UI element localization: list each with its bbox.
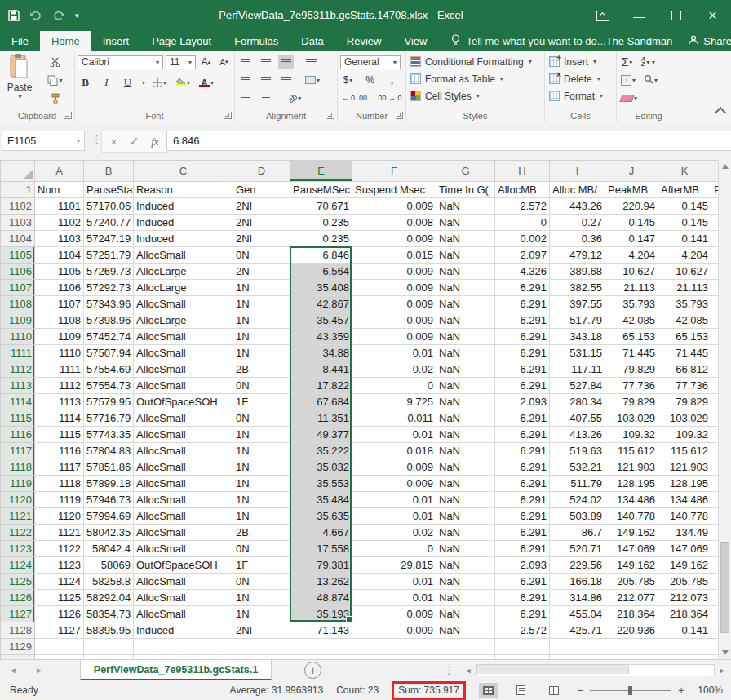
zoom-in-button[interactable]: + bbox=[678, 684, 684, 697]
cell-F1107[interactable]: 0.009 bbox=[352, 280, 436, 296]
cell-B1124[interactable]: 58069 bbox=[84, 557, 134, 574]
cell-C1119[interactable]: AllocSmall bbox=[134, 476, 233, 492]
sort-filter-button[interactable]: AZ▼▾ bbox=[640, 55, 657, 69]
format-cells-button[interactable]: Format▾ bbox=[547, 87, 614, 104]
column-header-C[interactable]: C bbox=[134, 161, 233, 182]
cell-C1[interactable]: Reason bbox=[134, 182, 233, 198]
cell-C1113[interactable]: AllocSmall bbox=[134, 378, 233, 394]
cell-G1109[interactable]: NaN bbox=[436, 312, 495, 329]
horizontal-scrollbar[interactable]: ◄ ► bbox=[461, 660, 730, 680]
cell-I1108[interactable]: 397.55 bbox=[550, 296, 605, 312]
cell-E1125[interactable]: 13.262 bbox=[290, 574, 352, 590]
cell-D1110[interactable]: 1N bbox=[233, 329, 290, 345]
format-as-table-button[interactable]: Format as Table▾ bbox=[409, 70, 542, 87]
cell-B1122[interactable]: 58042.35 bbox=[84, 525, 134, 541]
cell-K1107[interactable]: 21.113 bbox=[658, 280, 711, 296]
next-sheet-icon[interactable]: ► bbox=[26, 660, 52, 680]
cell-H1118[interactable]: 6.291 bbox=[495, 459, 550, 476]
redo-icon[interactable] bbox=[52, 11, 65, 21]
cell-C1117[interactable]: AllocSmall bbox=[134, 443, 233, 459]
cell-C1109[interactable]: AllocLarge bbox=[134, 312, 233, 329]
clipboard-dialog-launcher[interactable] bbox=[64, 112, 72, 119]
cell-D1125[interactable]: 0N bbox=[233, 574, 290, 590]
cell-E1124[interactable]: 79.381 bbox=[290, 557, 352, 574]
cell-F1110[interactable]: 0.009 bbox=[352, 329, 436, 345]
font-size-select[interactable]: 11▾ bbox=[166, 55, 196, 69]
cell-D1119[interactable]: 1N bbox=[233, 476, 290, 492]
zoom-level[interactable]: 100% bbox=[698, 684, 723, 696]
cell-H1108[interactable]: 6.291 bbox=[495, 296, 550, 312]
cell-C1123[interactable]: AllocSmall bbox=[134, 541, 233, 557]
cell-F1[interactable]: Suspend Msec bbox=[352, 182, 436, 198]
horizontal-scroll-thumb[interactable] bbox=[477, 665, 629, 674]
row-header-1127[interactable]: 1127 bbox=[1, 606, 35, 622]
zoom-out-button[interactable]: − bbox=[577, 684, 583, 697]
insert-cells-button[interactable]: +Insert▾ bbox=[547, 53, 614, 70]
cell-K1118[interactable]: 121.903 bbox=[658, 459, 711, 476]
cell-A1116[interactable]: 1115 bbox=[35, 427, 84, 443]
cell-J1118[interactable]: 121.903 bbox=[605, 459, 658, 476]
cell-I1104[interactable]: 0.36 bbox=[550, 231, 605, 247]
cell-G1115[interactable]: NaN bbox=[436, 410, 495, 427]
cell-B1125[interactable]: 58258.8 bbox=[84, 574, 134, 590]
cell-G1[interactable]: Time In G( bbox=[436, 182, 495, 198]
cell-I1123[interactable]: 520.71 bbox=[550, 541, 605, 557]
cell-A1129[interactable] bbox=[35, 639, 84, 655]
column-header-H[interactable]: H bbox=[495, 161, 550, 182]
cell-F1124[interactable]: 29.815 bbox=[352, 557, 436, 574]
cell-C1112[interactable]: AllocSmall bbox=[134, 361, 233, 378]
cell-B1117[interactable]: 57804.83 bbox=[84, 443, 134, 459]
cell-D1118[interactable]: 1N bbox=[233, 459, 290, 476]
delete-cells-button[interactable]: ×Delete▾ bbox=[547, 70, 614, 87]
cell-H1104[interactable]: 0.002 bbox=[495, 231, 550, 247]
cell-F1111[interactable]: 0.01 bbox=[352, 345, 436, 361]
decrease-decimal-button[interactable]: .00 →.0 bbox=[375, 91, 404, 105]
cell-J1102[interactable]: 220.94 bbox=[605, 198, 658, 215]
cell-C1116[interactable]: AllocSmall bbox=[134, 427, 233, 443]
scroll-right-icon[interactable]: ► bbox=[715, 667, 730, 675]
account-name[interactable]: The Sandman bbox=[606, 35, 673, 47]
tab-review[interactable]: Review bbox=[335, 31, 393, 51]
cell-K1128[interactable]: 0.141 bbox=[658, 622, 711, 639]
row-header-1116[interactable]: 1116 bbox=[1, 427, 35, 443]
cell-H1[interactable]: AllocMB bbox=[495, 182, 550, 198]
cell-K1109[interactable]: 42.085 bbox=[658, 312, 711, 329]
cell-H1111[interactable]: 6.291 bbox=[495, 345, 550, 361]
cell-F1121[interactable]: 0.01 bbox=[352, 508, 436, 525]
row-header-1118[interactable]: 1118 bbox=[1, 459, 35, 476]
cell-A1118[interactable]: 1117 bbox=[35, 459, 84, 476]
underline-button[interactable]: U bbox=[120, 75, 135, 90]
cell-E1108[interactable]: 42.867 bbox=[290, 296, 352, 312]
cell-G1124[interactable]: NaN bbox=[436, 557, 495, 574]
cell-H1116[interactable]: 6.291 bbox=[495, 427, 550, 443]
cell-D1127[interactable]: 1N bbox=[233, 606, 290, 622]
cell-K1127[interactable]: 218.364 bbox=[658, 606, 711, 622]
cell-D1129[interactable] bbox=[233, 639, 290, 655]
page-layout-view-button[interactable] bbox=[512, 683, 531, 698]
paste-button[interactable]: Paste ▾ bbox=[2, 53, 37, 105]
cell-A1125[interactable]: 1124 bbox=[35, 574, 84, 590]
cell-I1[interactable]: Alloc MB/ bbox=[550, 182, 605, 198]
number-format-select[interactable]: General▾ bbox=[340, 55, 401, 69]
cell-H1102[interactable]: 2.572 bbox=[495, 198, 550, 215]
cell-D1108[interactable]: 1N bbox=[233, 296, 290, 312]
cell-C1126[interactable]: AllocSmall bbox=[134, 590, 233, 606]
cell-B1129[interactable] bbox=[84, 639, 134, 655]
name-box-dropdown-icon[interactable]: ▾ bbox=[77, 137, 84, 144]
cell-I1122[interactable]: 86.7 bbox=[550, 525, 605, 541]
cell-J1127[interactable]: 218.364 bbox=[605, 606, 658, 622]
cell-I1113[interactable]: 527.84 bbox=[550, 378, 605, 394]
cell-I1111[interactable]: 531.15 bbox=[550, 345, 605, 361]
save-icon[interactable] bbox=[8, 10, 20, 21]
cell-G1117[interactable]: NaN bbox=[436, 443, 495, 459]
tab-data[interactable]: Data bbox=[290, 31, 334, 51]
row-header-1105[interactable]: 1105 bbox=[1, 247, 35, 264]
enter-icon[interactable]: ✓ bbox=[129, 134, 140, 149]
cell-B1114[interactable]: 57579.95 bbox=[84, 394, 134, 410]
cell-K1[interactable]: AfterMB bbox=[658, 182, 711, 198]
cell-I1116[interactable]: 413.26 bbox=[550, 427, 605, 443]
cell-I1119[interactable]: 511.79 bbox=[550, 476, 605, 492]
cell-B1128[interactable]: 58395.95 bbox=[84, 622, 134, 639]
cell-A1127[interactable]: 1126 bbox=[35, 606, 84, 622]
cell-F1104[interactable]: 0.009 bbox=[352, 231, 436, 247]
